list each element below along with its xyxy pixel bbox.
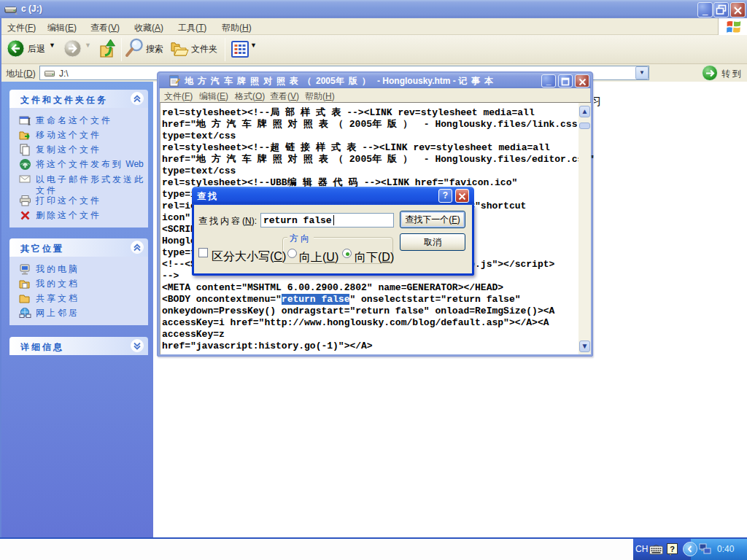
svg-text:?: ? bbox=[670, 545, 675, 553]
